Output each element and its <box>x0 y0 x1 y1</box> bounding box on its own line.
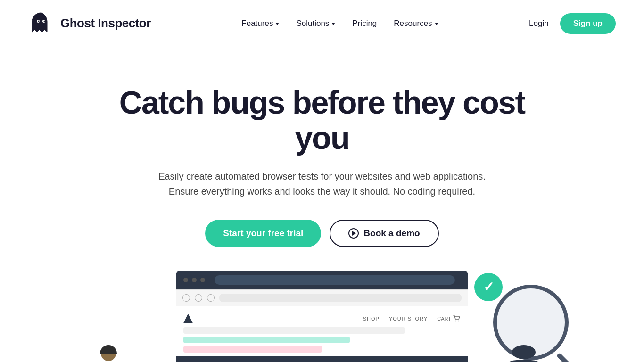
nav-pricing[interactable]: Pricing <box>352 19 377 28</box>
nav-forward-btn <box>195 294 202 302</box>
start-trial-button[interactable]: Start your free trial <box>205 220 321 247</box>
content-row-green <box>183 337 350 343</box>
login-button[interactable]: Login <box>529 19 549 28</box>
site-nav-shop: SHOP <box>363 316 380 321</box>
illustration-area: SHOP YOUR STORY CART ✓ <box>0 271 644 362</box>
browser-topbar <box>176 271 468 289</box>
person-left <box>94 346 123 362</box>
hero-section: Catch bugs before they cost you Easily c… <box>0 47 644 247</box>
brand-name: Ghost Inspector <box>60 16 151 31</box>
hero-cta-buttons: Start your free trial Book a demo <box>205 220 438 247</box>
content-row-1 <box>183 327 405 334</box>
logo-link[interactable]: Ghost Inspector <box>28 11 151 36</box>
browser-mockup: SHOP YOUR STORY CART <box>176 271 468 362</box>
person-body-right <box>498 360 550 362</box>
svg-point-4 <box>455 320 456 321</box>
chevron-down-icon <box>435 23 438 25</box>
svg-point-2 <box>38 20 40 22</box>
browser-toolbar <box>176 289 468 306</box>
nav-refresh-btn <box>207 294 215 302</box>
nav-links: Features Solutions Pricing Resources <box>241 19 438 28</box>
browser-dot-1 <box>183 278 188 282</box>
hero-title: Catch bugs before they cost you <box>110 85 534 156</box>
play-triangle <box>352 231 356 236</box>
person-right <box>498 345 550 362</box>
svg-point-5 <box>458 320 459 321</box>
person-hair <box>100 345 117 354</box>
browser-urlbar <box>215 275 455 285</box>
site-nav-cart: CART <box>437 315 461 322</box>
nav-actions: Login Sign up <box>529 13 616 34</box>
nav-solutions[interactable]: Solutions <box>296 19 335 28</box>
svg-point-3 <box>44 20 45 22</box>
book-demo-button[interactable]: Book a demo <box>330 220 438 247</box>
address-bar <box>219 294 462 302</box>
site-navigation: SHOP YOUR STORY CART <box>183 310 461 327</box>
navbar: Ghost Inspector Features Solutions Prici… <box>0 0 644 47</box>
site-nav-story: YOUR STORY <box>389 316 428 321</box>
logo-icon <box>28 11 54 36</box>
site-logo <box>183 314 193 323</box>
hero-subtitle: Easily create automated browser tests fo… <box>158 169 486 199</box>
checkmark-icon: ✓ <box>483 279 494 295</box>
nav-back-btn <box>182 294 190 302</box>
nav-features[interactable]: Features <box>241 19 279 28</box>
play-icon <box>348 228 359 239</box>
nav-resources[interactable]: Resources <box>394 19 438 28</box>
magnifier-handle <box>556 352 576 362</box>
cart-icon <box>453 315 461 322</box>
content-row-pink <box>183 346 322 353</box>
signup-button[interactable]: Sign up <box>560 13 616 34</box>
browser-dot-3 <box>200 278 205 282</box>
chevron-down-icon <box>275 23 279 25</box>
success-badge: ✓ <box>474 273 503 301</box>
chevron-down-icon <box>331 23 335 25</box>
browser-dot-2 <box>192 278 197 282</box>
